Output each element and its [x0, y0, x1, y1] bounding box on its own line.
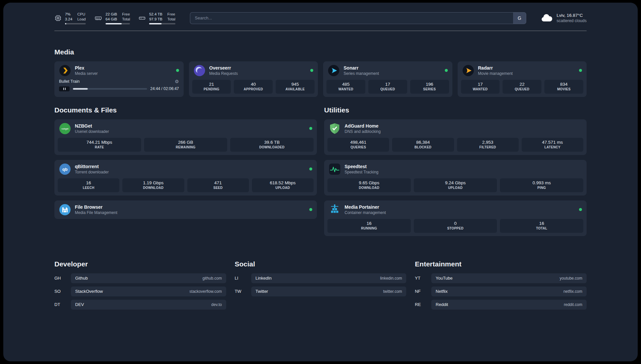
bookmark-abbr: NF — [415, 289, 431, 294]
topbar: 7% 3.24 CPU Load — [54, 12, 587, 24]
section-title-utilities: Utilities — [324, 106, 587, 114]
service-card-plex[interactable]: Plex Media server Bullet Train ⚙ 24:44 /… — [54, 61, 184, 97]
stat-leech: 16 LEECH — [58, 178, 119, 192]
stat-label: APPROVED — [234, 87, 272, 92]
service-card-portainer[interactable]: Media Portainer Container management 16 … — [324, 200, 587, 236]
bookmark-name: Netflix — [436, 289, 447, 294]
settings-gear-icon[interactable]: ⚙ — [175, 79, 179, 84]
search-engine-button[interactable]: G — [513, 12, 526, 24]
memory-progress-fill — [106, 23, 122, 24]
bookmark-abbr: DT — [54, 302, 71, 307]
memory-widget: 22 GiB 64 GiB Free Total — [94, 12, 130, 24]
stat-value: 17 — [462, 81, 499, 87]
section-title-entertainment: Entertainment — [415, 260, 587, 268]
service-name: Overseerr — [209, 65, 238, 71]
stat-label: DOWNLOAD — [328, 186, 410, 190]
service-subtitle: Movie management — [478, 71, 513, 76]
sonarr-icon — [328, 65, 340, 76]
stat-value: 86,384 — [393, 139, 453, 145]
middle-columns: Documents & Files nzbget NZBGet Usenet d… — [54, 106, 587, 241]
bookmark-link-reddit[interactable]: Reddit reddit.com — [431, 300, 587, 310]
bookmark-url: dev.to — [211, 302, 222, 307]
bookmarks-developer: Developer GH Github github.com SO StackO… — [54, 260, 226, 313]
service-card-speedtest[interactable]: Speedtest Speedtest Tracking 9.65 Gbps D… — [324, 160, 587, 196]
service-card-nzbget[interactable]: nzbget NZBGet Usenet downloader 744.21 M… — [54, 119, 317, 155]
bookmark-github: GH Github github.com — [54, 273, 226, 283]
stat-value: 17 — [369, 81, 407, 87]
memory-total-label: Total — [122, 17, 130, 22]
stat-value: 1.19 Gbps — [123, 180, 183, 186]
service-name: Sonarr — [344, 65, 379, 71]
memory-free-label: Free — [122, 12, 130, 17]
search-bar: G — [190, 12, 526, 24]
stat-downloaded: 39.6 TB DOWNLOADED — [230, 138, 314, 152]
playback-time: 24:44 / 02:06:47 — [150, 86, 179, 91]
stat-seed: 471 SEED — [187, 178, 249, 192]
stat-upload: 9.24 Gbps UPLOAD — [414, 178, 497, 192]
stat-value: 744.21 Mbps — [58, 139, 140, 145]
bookmark-abbr: RE — [415, 302, 431, 307]
service-card-overseerr[interactable]: Overseerr Media Requests 21 PENDING 40 A… — [189, 61, 318, 97]
stat-stopped: 0 STOPPED — [414, 219, 497, 233]
stat-blocked: 86,384 BLOCKED — [392, 138, 454, 152]
weather-condition: scattered clouds — [557, 18, 587, 23]
status-online-indicator — [445, 69, 448, 72]
bookmark-link-dev[interactable]: DEV dev.to — [71, 300, 226, 310]
portainer-icon — [329, 204, 341, 216]
service-card-filebrowser[interactable]: File Browser Media File Management — [54, 200, 317, 219]
service-card-qbittorrent[interactable]: qb qBittorrent Torrent downloader 16 LEE… — [54, 160, 317, 196]
service-name: File Browser — [75, 204, 117, 210]
memory-progress-bar — [106, 23, 130, 24]
bookmark-link-github[interactable]: Github github.com — [71, 273, 226, 283]
stat-series: 196 SERIES — [410, 80, 449, 94]
section-title-media: Media — [54, 48, 587, 56]
stat-value: 471 — [188, 180, 248, 186]
cpu-progress-fill — [65, 23, 66, 24]
service-name: NZBGet — [75, 123, 109, 129]
bookmark-link-netflix[interactable]: Netflix netflix.com — [431, 287, 587, 296]
stat-wanted: 17 WANTED — [461, 80, 500, 94]
bookmark-name: LinkedIn — [256, 276, 272, 281]
bookmark-netflix: NF Netflix netflix.com — [415, 287, 587, 296]
adguard-icon — [329, 123, 341, 135]
stat-label: LATENCY — [522, 145, 583, 150]
stat-queued: 22 QUEUED — [503, 80, 541, 94]
service-name: Radarr — [478, 65, 513, 71]
overseerr-icon — [194, 65, 205, 76]
bookmark-linkedin: LI LinkedIn linkedin.com — [235, 273, 407, 283]
stat-upload: 618.52 Mbps UPLOAD — [252, 178, 314, 192]
cpu-icon — [54, 15, 62, 22]
search-input[interactable] — [190, 12, 513, 24]
disk-progress-fill — [149, 23, 161, 24]
disk-icon — [138, 15, 146, 22]
service-card-adguard[interactable]: AdGuard Home DNS and adblocking 498,461 … — [324, 119, 587, 155]
stat-label: STOPPED — [414, 226, 497, 231]
bookmark-link-stackoverflow[interactable]: StackOverflow stackoverflow.com — [71, 287, 226, 296]
stat-download: 1.19 Gbps DOWNLOAD — [122, 178, 184, 192]
service-card-sonarr[interactable]: Sonarr Series management 485 WANTED 17 Q… — [323, 61, 452, 97]
playback-progress-bar[interactable] — [73, 88, 147, 90]
bookmark-link-twitter[interactable]: Twitter twitter.com — [251, 287, 407, 296]
stat-value: 39.6 TB — [231, 139, 313, 145]
filebrowser-icon — [59, 204, 71, 216]
stat-movies: 834 MOVIES — [544, 80, 583, 94]
stat-value: 0 — [414, 221, 497, 226]
playback-progress-fill — [73, 88, 88, 90]
weather-widget[interactable]: Lviv, 16.87°C scattered clouds — [541, 13, 587, 23]
bookmark-abbr: YT — [415, 276, 431, 281]
stat-label: PENDING — [193, 87, 230, 92]
bookmark-abbr: GH — [54, 276, 71, 281]
cloud-icon — [541, 13, 553, 23]
dashboard: 7% 3.24 CPU Load — [3, 3, 638, 361]
stat-label: BLOCKED — [393, 145, 453, 150]
stat-value: 485 — [327, 81, 365, 87]
stat-label: REMAINING — [145, 145, 227, 150]
qbittorrent-icon: qb — [59, 163, 71, 175]
pause-button[interactable] — [59, 86, 70, 91]
bookmark-link-linkedin[interactable]: LinkedIn linkedin.com — [251, 273, 407, 283]
stat-value: 2,953 — [458, 139, 518, 145]
service-card-radarr[interactable]: Radarr Movie management 17 WANTED 22 QUE… — [458, 61, 587, 97]
status-online-indicator — [579, 208, 582, 211]
stat-label: AVAILABLE — [276, 87, 314, 92]
bookmark-link-youtube[interactable]: YouTube youtube.com — [431, 273, 587, 283]
